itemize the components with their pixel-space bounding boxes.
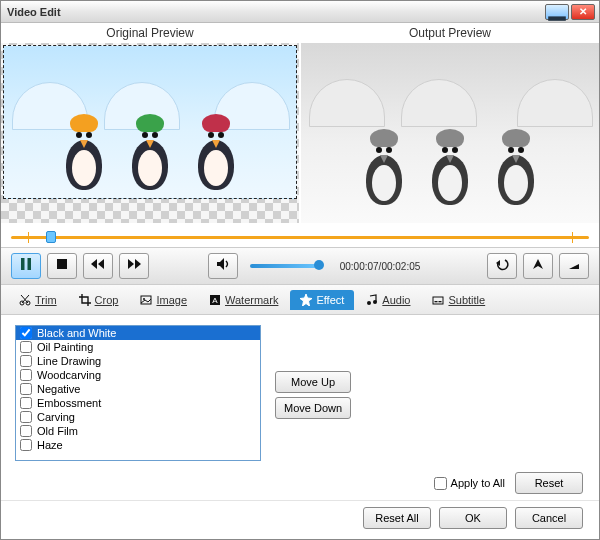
igloo-icon xyxy=(517,79,593,127)
subtitle-icon xyxy=(432,294,444,306)
original-preview-label: Original Preview xyxy=(1,23,299,43)
minimize-button[interactable] xyxy=(545,4,569,20)
stop-button[interactable] xyxy=(47,253,77,279)
svg-rect-21 xyxy=(433,297,443,304)
tab-effect[interactable]: Effect xyxy=(290,290,354,310)
edit-tabs: Trim Crop Image AWatermark Effect Audio … xyxy=(1,285,599,315)
playhead-handle[interactable] xyxy=(46,231,56,243)
svg-rect-0 xyxy=(548,16,566,20)
bracket-right-icon xyxy=(567,257,581,275)
mark-out-button[interactable] xyxy=(559,253,589,279)
effect-checkbox[interactable] xyxy=(20,383,32,395)
effect-label: Negative xyxy=(37,383,80,395)
step-back-icon xyxy=(91,257,105,275)
move-down-button[interactable]: Move Down xyxy=(275,397,351,419)
effect-label: Oil Painting xyxy=(37,341,93,353)
effect-row[interactable]: Woodcarving xyxy=(16,368,260,382)
apply-to-all-checkbox[interactable]: Apply to All xyxy=(434,477,505,490)
cancel-button[interactable]: Cancel xyxy=(515,507,583,529)
penguin-graphic xyxy=(492,133,540,205)
music-note-icon xyxy=(366,294,378,306)
undo-button[interactable] xyxy=(487,253,517,279)
effect-checkbox[interactable] xyxy=(20,425,32,437)
effect-row[interactable]: Embossment xyxy=(16,396,260,410)
close-button[interactable]: ✕ xyxy=(571,4,595,20)
effect-checkbox[interactable] xyxy=(20,439,32,451)
output-preview[interactable] xyxy=(301,43,599,223)
penguin-graphic xyxy=(60,118,108,190)
stop-icon xyxy=(55,257,69,275)
svg-marker-8 xyxy=(217,258,224,270)
playback-controls: 00:00:07/00:02:05 xyxy=(1,247,599,285)
svg-rect-23 xyxy=(439,301,442,302)
effect-checkbox[interactable] xyxy=(20,369,32,381)
tab-label: Effect xyxy=(316,294,344,306)
mark-in-button[interactable] xyxy=(523,253,553,279)
timecode: 00:00:07/00:02:05 xyxy=(340,261,421,272)
effect-checkbox[interactable] xyxy=(20,397,32,409)
effect-checkbox[interactable] xyxy=(20,411,32,423)
svg-marker-5 xyxy=(98,259,104,269)
penguin-graphic xyxy=(426,133,474,205)
effect-footer: Apply to All Reset xyxy=(1,470,599,500)
tab-subtitle[interactable]: Subtitle xyxy=(422,290,495,310)
window-title: Video Edit xyxy=(5,6,543,18)
igloo-icon xyxy=(401,79,477,127)
bracket-left-icon xyxy=(531,257,545,275)
svg-point-19 xyxy=(367,301,371,305)
timeline[interactable] xyxy=(11,227,589,247)
star-icon xyxy=(300,294,312,306)
original-preview[interactable] xyxy=(1,43,299,223)
effect-checkbox[interactable] xyxy=(20,327,32,339)
tab-image[interactable]: Image xyxy=(130,290,197,310)
output-preview-label: Output Preview xyxy=(301,23,599,43)
image-icon xyxy=(140,294,152,306)
prev-frame-button[interactable] xyxy=(83,253,113,279)
original-frame xyxy=(3,45,297,199)
tab-label: Watermark xyxy=(225,294,278,306)
reset-all-button[interactable]: Reset All xyxy=(363,507,431,529)
svg-rect-1 xyxy=(21,258,25,270)
mute-button[interactable] xyxy=(208,253,238,279)
ok-button[interactable]: OK xyxy=(439,507,507,529)
titlebar: Video Edit ✕ xyxy=(1,1,599,23)
tab-audio[interactable]: Audio xyxy=(356,290,420,310)
effect-row[interactable]: Black and White xyxy=(16,326,260,340)
penguin-graphic xyxy=(126,118,174,190)
effect-list[interactable]: Black and WhiteOil PaintingLine DrawingW… xyxy=(15,325,261,461)
tab-trim[interactable]: Trim xyxy=(9,290,67,310)
svg-rect-3 xyxy=(57,259,67,269)
next-frame-button[interactable] xyxy=(119,253,149,279)
crop-icon xyxy=(79,294,91,306)
svg-rect-22 xyxy=(435,301,438,302)
tab-label: Image xyxy=(156,294,187,306)
volume-slider[interactable] xyxy=(250,264,320,268)
svg-text:A: A xyxy=(212,296,218,305)
effect-label: Embossment xyxy=(37,397,101,409)
tab-label: Subtitle xyxy=(448,294,485,306)
igloo-icon xyxy=(309,79,385,127)
effect-checkbox[interactable] xyxy=(20,341,32,353)
effect-label: Carving xyxy=(37,411,75,423)
tab-label: Crop xyxy=(95,294,119,306)
effect-row[interactable]: Carving xyxy=(16,410,260,424)
penguin-graphic xyxy=(192,118,240,190)
effect-row[interactable]: Oil Painting xyxy=(16,340,260,354)
reset-button[interactable]: Reset xyxy=(515,472,583,494)
effect-row[interactable]: Line Drawing xyxy=(16,354,260,368)
effect-label: Line Drawing xyxy=(37,355,101,367)
svg-rect-2 xyxy=(28,258,32,270)
move-up-button[interactable]: Move Up xyxy=(275,371,351,393)
text-icon: A xyxy=(209,294,221,306)
pause-button[interactable] xyxy=(11,253,41,279)
effect-checkbox[interactable] xyxy=(20,355,32,367)
svg-marker-11 xyxy=(569,264,579,269)
svg-point-20 xyxy=(373,300,377,304)
effect-row[interactable]: Haze xyxy=(16,438,260,452)
tab-watermark[interactable]: AWatermark xyxy=(199,290,288,310)
effect-row[interactable]: Negative xyxy=(16,382,260,396)
svg-marker-6 xyxy=(128,259,134,269)
effect-label: Woodcarving xyxy=(37,369,101,381)
effect-row[interactable]: Old Film xyxy=(16,424,260,438)
tab-crop[interactable]: Crop xyxy=(69,290,129,310)
